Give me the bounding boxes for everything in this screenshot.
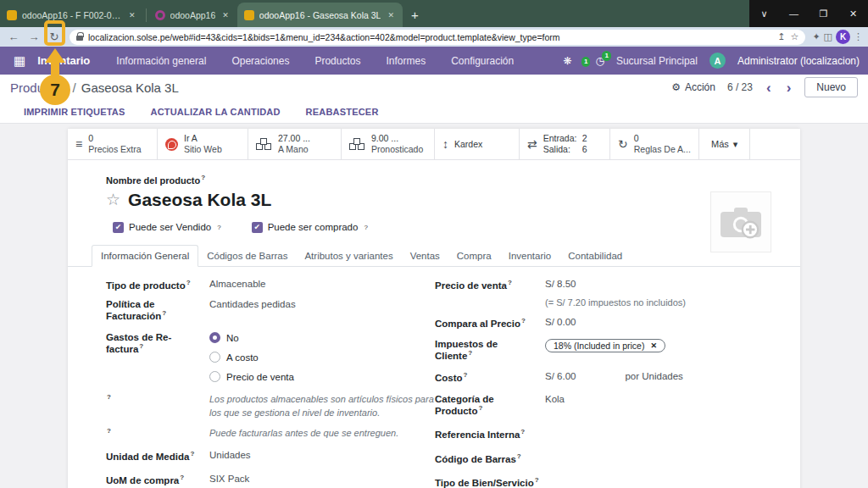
uom-value[interactable]: Unidades: [209, 450, 251, 460]
product-name-field[interactable]: Gaseosa Kola 3L: [128, 190, 271, 210]
forward-icon[interactable]: →: [25, 31, 42, 42]
replenish-button[interactable]: REABASTECER: [306, 107, 379, 117]
side-panel-icon[interactable]: ◫: [824, 31, 832, 42]
product-type-value[interactable]: Almacenable: [209, 279, 265, 289]
cost-value[interactable]: S/ 6.00: [545, 371, 576, 381]
extra-prices-smart-button[interactable]: ≡ 0Precios Extra: [68, 129, 158, 159]
checkbox-checked-icon[interactable]: ✔: [252, 222, 263, 233]
menu-configuracion[interactable]: Configuración: [440, 55, 525, 67]
invoicing-policy-label: Política de Facturación?: [106, 299, 201, 321]
restore-icon[interactable]: ❐: [809, 0, 838, 27]
more-smart-buttons-dropdown[interactable]: Más ▾: [699, 129, 750, 159]
breadcrumb-separator: /: [73, 80, 76, 95]
radio-icon[interactable]: [209, 371, 220, 382]
activity-badge: 1: [602, 51, 610, 61]
on-hand-smart-button[interactable]: 27.00 ...A Mano: [248, 129, 342, 159]
print-labels-button[interactable]: IMPRIMIR ETIQUETAS: [24, 107, 125, 117]
menu-productos[interactable]: Productos: [303, 55, 371, 67]
checkbox-checked-icon[interactable]: ✔: [113, 222, 124, 233]
pager-next-icon[interactable]: ›: [785, 80, 793, 95]
lock-icon: [76, 36, 83, 41]
browser-tab-active[interactable]: odooApp16 - Gaseosa Kola 3L ✕: [237, 3, 403, 27]
browser-tab-1[interactable]: odooApp16 - F F002-00000014 ✕: [0, 3, 144, 27]
address-bar[interactable]: localizacion.solse.pe/web#id=43&cids=1&b…: [70, 30, 805, 45]
website-smart-button[interactable]: Ir ASitio Web: [158, 129, 248, 159]
radio-selected-icon[interactable]: [209, 332, 220, 343]
annotation-highlight-box: [44, 20, 65, 46]
company-selector[interactable]: Sucursal Principal: [616, 55, 698, 67]
compare-price-value[interactable]: S/ 0.00: [545, 317, 576, 327]
extensions-icon[interactable]: ✦: [812, 31, 820, 42]
share-icon[interactable]: ↥: [777, 31, 785, 42]
product-type-label: Tipo de producto?: [106, 279, 201, 291]
menu-informes[interactable]: Informes: [375, 55, 437, 67]
close-icon[interactable]: ✕: [386, 10, 396, 20]
tab-ventas[interactable]: Ventas: [402, 246, 448, 266]
cost-label: Costo?: [435, 371, 537, 383]
sales-price-value[interactable]: S/ 8.50: [545, 279, 576, 289]
help-tooltip: ?: [364, 224, 367, 231]
kardex-smart-button[interactable]: ↕ Kardex: [435, 129, 520, 159]
product-image-upload[interactable]: [710, 191, 771, 252]
tab-contabilidad[interactable]: Contabilidad: [559, 246, 631, 266]
menu-operaciones[interactable]: Operaciones: [220, 55, 300, 67]
close-icon[interactable]: ✕: [127, 10, 137, 20]
user-avatar[interactable]: A: [709, 53, 726, 69]
gear-icon: ⚙: [671, 81, 681, 93]
in-out-smart-button[interactable]: ⇄ Entrada:2 Salida:6: [520, 129, 610, 159]
invoicing-policy-value[interactable]: Cantidades pedidas: [209, 299, 296, 309]
update-quantity-button[interactable]: ACTUALIZAR LA CANTIDAD: [151, 107, 281, 117]
new-tab-button[interactable]: +: [403, 8, 427, 27]
purchase-uom-value[interactable]: SIX Pack: [209, 474, 249, 484]
pager-previous-icon[interactable]: ‹: [765, 80, 773, 95]
form-statusbar: IMPRIMIR ETIQUETAS ACTUALIZAR LA CANTIDA…: [0, 100, 868, 124]
product-category-value[interactable]: Kola: [545, 394, 565, 404]
reordering-rules-smart-button[interactable]: ↻ 0Reglas De A...: [610, 129, 699, 159]
radio-a-costo[interactable]: A costo: [209, 352, 294, 363]
odoo-favicon: [244, 10, 254, 20]
window-menu-chevron-icon[interactable]: ∨: [749, 0, 779, 27]
customer-taxes-label: Impuestos de Cliente?: [435, 339, 537, 361]
radio-precio-de-venta[interactable]: Precio de venta: [209, 371, 294, 382]
radio-no[interactable]: No: [209, 332, 294, 343]
can-be-sold-checkbox[interactable]: ✔ Puede ser Vendido ?: [113, 222, 221, 233]
vertical-arrows-icon: ↕: [442, 138, 448, 150]
bug-icon[interactable]: ❋: [563, 55, 571, 67]
tab-compra[interactable]: Compra: [448, 246, 500, 266]
new-record-button[interactable]: Nuevo: [804, 77, 858, 97]
cubes-icon: [349, 138, 365, 151]
remove-tax-icon[interactable]: ✕: [650, 341, 657, 350]
tab-informacion-general[interactable]: Información General: [92, 245, 198, 267]
minimize-icon[interactable]: —: [779, 0, 809, 27]
close-window-icon[interactable]: ✕: [838, 0, 868, 27]
url-text[interactable]: localizacion.solse.pe/web#id=43&cids=1&b…: [88, 32, 772, 42]
tab-atributos-y-variantes[interactable]: Atributos y variantes: [296, 246, 401, 266]
globe-icon: [165, 138, 178, 151]
tab-codigos-de-barras[interactable]: Códigos de Barras: [198, 246, 296, 266]
customer-tax-tag[interactable]: 18% (Included in price) ✕: [545, 339, 665, 352]
browser-tab-2[interactable]: odooApp16 ✕: [148, 3, 237, 27]
caret-down-icon: ▾: [733, 139, 738, 150]
refresh-icon: ↻: [618, 138, 628, 150]
browser-menu-dots-icon[interactable]: ⋮: [854, 31, 863, 42]
odoo-favicon: [7, 10, 17, 20]
purchase-uom-label: UoM de compra?: [106, 474, 201, 485]
user-menu[interactable]: Administrator (localizacion): [737, 55, 860, 67]
apps-grid-icon[interactable]: ▦: [8, 53, 31, 69]
tab-inventario[interactable]: Inventario: [500, 246, 560, 266]
activity-clock-icon[interactable]: ◷ 1: [595, 55, 604, 67]
notebook-tabs: Información General Códigos de Barras At…: [68, 245, 800, 267]
radio-icon[interactable]: [209, 352, 220, 363]
barcode-label: Código de Barras?: [435, 452, 537, 464]
forecasted-smart-button[interactable]: 9.00 ...Pronosticado: [342, 129, 435, 159]
back-icon[interactable]: ←: [5, 31, 22, 42]
bookmark-star-icon[interactable]: ☆: [791, 31, 799, 42]
close-icon[interactable]: ✕: [220, 10, 231, 20]
smart-buttons-row: ≡ 0Precios Extra Ir ASitio Web 27.00 ...…: [68, 129, 800, 160]
browser-profile-avatar[interactable]: K: [836, 30, 850, 44]
favorite-star-icon[interactable]: ☆: [106, 191, 120, 208]
reinvoice-expenses-label: Gastos de Re-factura?: [106, 332, 201, 354]
menu-informacion-general[interactable]: Información general: [105, 55, 217, 67]
can-be-purchased-checkbox[interactable]: ✔ Puede ser comprado ?: [252, 222, 368, 233]
action-menu-button[interactable]: ⚙ Acción: [671, 81, 715, 93]
